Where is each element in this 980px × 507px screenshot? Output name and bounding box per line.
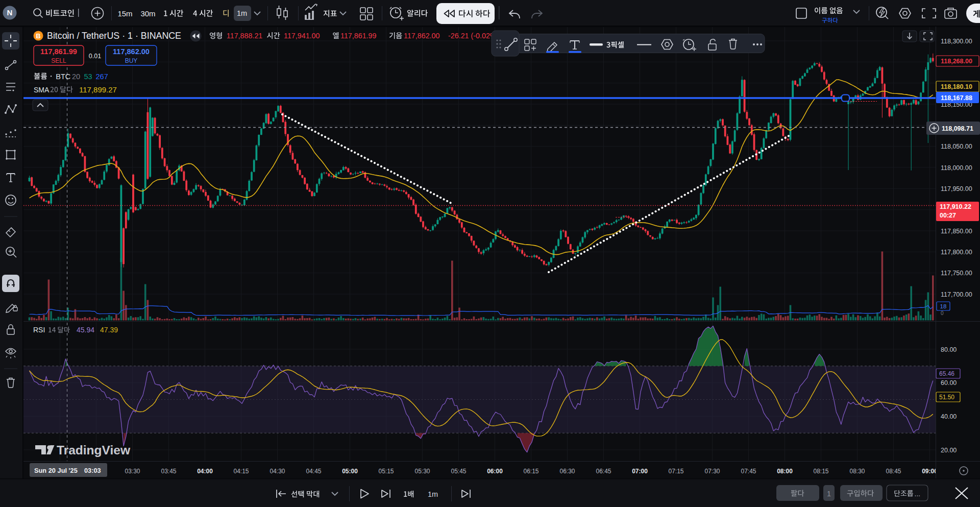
svg-text:04:15: 04:15 [233, 468, 249, 475]
svg-text:117,862.00: 117,862.00 [113, 47, 150, 56]
svg-text:117,800.00: 117,800.00 [941, 249, 972, 256]
svg-text:08:15: 08:15 [813, 468, 828, 475]
svg-text:117,861.99: 117,861.99 [340, 32, 377, 40]
svg-text:117,750.00: 117,750.00 [941, 270, 972, 277]
svg-text:06:30: 06:30 [559, 468, 575, 475]
svg-text:06:45: 06:45 [596, 468, 611, 475]
svg-text:117,950.00: 117,950.00 [941, 185, 972, 192]
svg-text:118,098.71: 118,098.71 [942, 125, 973, 132]
svg-text:60.00: 60.00 [941, 379, 957, 387]
svg-text:07:45: 07:45 [741, 468, 756, 475]
svg-text:09:00: 09:00 [922, 468, 938, 475]
svg-text:0.01: 0.01 [89, 53, 101, 60]
svg-text:118,268.00: 118,268.00 [941, 58, 972, 65]
svg-text:118,000.00: 118,000.00 [941, 164, 972, 172]
svg-text:65.46: 65.46 [939, 370, 954, 377]
svg-text:05:45: 05:45 [451, 468, 466, 475]
svg-text:15m: 15m [117, 9, 132, 18]
svg-text:1: 1 [827, 490, 831, 498]
svg-text:08:30: 08:30 [849, 468, 865, 475]
svg-text:20: 20 [72, 73, 80, 81]
svg-text:03:03: 03:03 [84, 467, 101, 474]
svg-text:08:00: 08:00 [777, 468, 793, 475]
svg-text:BTC: BTC [56, 73, 70, 81]
svg-text:07:15: 07:15 [668, 468, 683, 475]
svg-text:RSI: RSI [33, 326, 45, 334]
svg-text:118,050.00: 118,050.00 [941, 143, 972, 150]
svg-text:80.00: 80.00 [941, 346, 957, 353]
svg-text:117,899.27: 117,899.27 [79, 85, 117, 94]
svg-text:45.94: 45.94 [77, 326, 94, 334]
svg-text:118,167.88: 118,167.88 [941, 94, 972, 102]
svg-text:07:00: 07:00 [632, 468, 648, 475]
svg-text:117,700.00: 117,700.00 [941, 291, 972, 298]
svg-text:20.00: 20.00 [941, 447, 957, 454]
svg-text:1m: 1m [428, 490, 438, 498]
svg-text:04:30: 04:30 [270, 468, 285, 475]
svg-text:...: ... [915, 490, 921, 498]
svg-text:53: 53 [84, 73, 92, 81]
svg-text:B: B [36, 32, 40, 40]
svg-text:118,300.00: 118,300.00 [941, 38, 972, 45]
svg-text:07:30: 07:30 [704, 468, 720, 475]
svg-text:117,850.00: 117,850.00 [941, 228, 972, 235]
svg-text:05:00: 05:00 [342, 468, 358, 475]
svg-text:04:00: 04:00 [197, 468, 213, 475]
svg-text:117,910.22: 117,910.22 [940, 203, 971, 210]
svg-text:TradingView: TradingView [57, 443, 130, 457]
svg-text:N: N [7, 8, 13, 17]
svg-text:117,941.00: 117,941.00 [284, 32, 320, 40]
svg-text:03:30: 03:30 [125, 468, 140, 475]
svg-text:06:15: 06:15 [523, 468, 538, 475]
svg-text:117,862.00: 117,862.00 [404, 32, 440, 40]
svg-text:08:45: 08:45 [886, 468, 901, 475]
svg-text:40.00: 40.00 [941, 413, 957, 420]
svg-text:SELL: SELL [51, 57, 66, 64]
svg-text:-26.21 (-0.02%): -26.21 (-0.02%) [448, 32, 499, 40]
svg-text:18: 18 [940, 303, 947, 309]
svg-text:117,861.99: 117,861.99 [40, 47, 77, 56]
svg-text:1m: 1m [237, 9, 247, 17]
svg-text:BUY: BUY [125, 57, 138, 64]
svg-text:267: 267 [96, 73, 108, 81]
svg-text:51.50: 51.50 [939, 394, 954, 401]
svg-text:05:30: 05:30 [414, 468, 430, 475]
svg-text:117,888.21: 117,888.21 [227, 32, 263, 40]
svg-text:0: 0 [941, 310, 944, 316]
svg-text:SMA: SMA [34, 86, 50, 94]
svg-text:Sun 20 Jul '25: Sun 20 Jul '25 [34, 467, 78, 474]
svg-text:118,180.10: 118,180.10 [941, 83, 972, 90]
svg-text:47.39: 47.39 [100, 326, 118, 334]
svg-text:30m: 30m [140, 9, 155, 18]
svg-text:04:45: 04:45 [306, 468, 321, 475]
svg-text:Bitcoin / TetherUS · 1 · BINAN: Bitcoin / TetherUS · 1 · BINANCE [47, 31, 181, 41]
svg-text:06:00: 06:00 [487, 468, 503, 475]
svg-text:05:15: 05:15 [378, 468, 394, 475]
svg-text:03:45: 03:45 [161, 468, 176, 475]
svg-text:00:27: 00:27 [940, 212, 956, 219]
